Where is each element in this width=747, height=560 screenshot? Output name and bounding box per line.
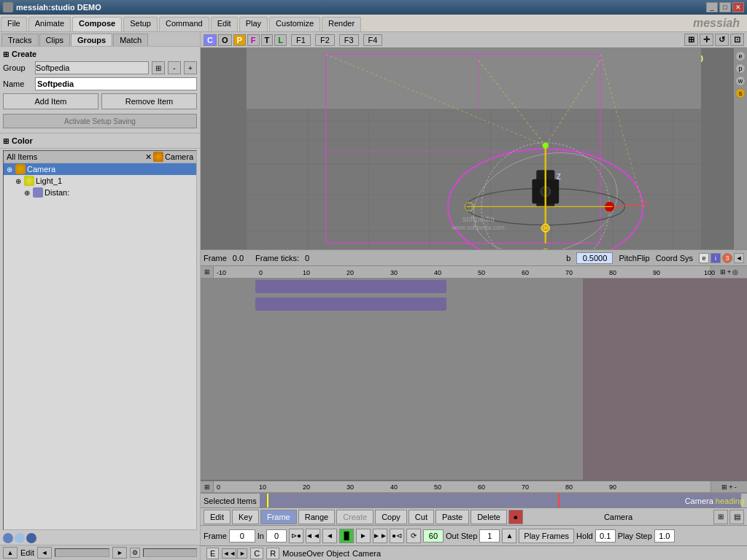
vp-f1[interactable]: F1 bbox=[291, 34, 311, 46]
tab-tracks[interactable]: Tracks bbox=[1, 34, 39, 46]
right-scroll-btn[interactable]: ► bbox=[112, 547, 127, 559]
edit-grid-btn[interactable]: ▤ bbox=[729, 510, 744, 524]
ruler-zoom-btn[interactable]: + bbox=[727, 268, 731, 276]
pb-prev-frame[interactable]: ◄◄ bbox=[306, 529, 320, 543]
h-scrollbar[interactable] bbox=[55, 548, 110, 557]
pb-loop[interactable]: ⟳ bbox=[406, 529, 421, 543]
vp-fit-icon[interactable]: ⊡ bbox=[730, 34, 744, 46]
bottom-scrollbar[interactable] bbox=[143, 548, 197, 557]
pb-hold-input[interactable] bbox=[595, 529, 616, 542]
vp-btn-f[interactable]: F bbox=[247, 34, 260, 46]
vp-f3[interactable]: F3 bbox=[339, 34, 359, 46]
pb-frame-input[interactable] bbox=[229, 529, 255, 542]
group-minus-btn[interactable]: - bbox=[168, 61, 181, 74]
pb-play-step-input[interactable] bbox=[654, 529, 675, 542]
menu-animate[interactable]: Animate bbox=[28, 17, 71, 31]
remove-item-button[interactable]: Remove Item bbox=[101, 93, 197, 109]
menu-file[interactable]: File bbox=[1, 17, 27, 31]
rs-e-btn[interactable]: e bbox=[735, 51, 746, 61]
vp-btn-p[interactable]: P bbox=[233, 34, 246, 46]
tab-clips[interactable]: Clips bbox=[39, 34, 70, 46]
tree-item-light[interactable]: ⊕ Light_1 bbox=[4, 175, 196, 187]
rs-s-btn[interactable]: s bbox=[735, 88, 746, 98]
up-btn[interactable]: ▲ bbox=[3, 547, 18, 559]
ruler-fit-btn[interactable]: ◎ bbox=[732, 268, 738, 276]
vp-btn-c[interactable]: C bbox=[204, 34, 217, 46]
options-btn[interactable]: ⚙ bbox=[130, 548, 140, 558]
pb-prev[interactable]: ◄ bbox=[322, 529, 337, 543]
r2-home-btn[interactable]: ⊞ bbox=[721, 483, 727, 491]
edit-btn[interactable]: Edit bbox=[204, 510, 231, 524]
anim-prev-btn[interactable]: ◄◄ bbox=[222, 548, 236, 559]
add-item-button[interactable]: Add Item bbox=[3, 93, 98, 109]
ruler-home-btn[interactable]: ⊞ bbox=[720, 268, 726, 276]
menu-render[interactable]: Render bbox=[322, 17, 361, 31]
tab-groups[interactable]: Groups bbox=[71, 34, 112, 46]
edit-label[interactable]: Edit bbox=[20, 548, 34, 557]
name-input[interactable] bbox=[35, 77, 197, 90]
rs-w-btn[interactable]: w bbox=[735, 76, 746, 86]
selected-timeline[interactable] bbox=[260, 494, 741, 508]
create-header[interactable]: ⊞ Create bbox=[3, 50, 197, 58]
pb-play-fwd[interactable]: ► bbox=[356, 529, 371, 543]
rs-p-btn[interactable]: p bbox=[735, 63, 746, 74]
coord-3-btn[interactable]: 3 bbox=[722, 253, 732, 263]
maximize-button[interactable]: □ bbox=[719, 2, 731, 12]
cut-btn[interactable]: Cut bbox=[409, 510, 434, 524]
coord-i-btn[interactable]: i bbox=[711, 253, 721, 263]
vp-f2[interactable]: F2 bbox=[315, 34, 335, 46]
status-c-btn[interactable]: C bbox=[250, 548, 263, 559]
menu-customize[interactable]: Customize bbox=[269, 17, 320, 31]
pb-next-frame[interactable]: ►► bbox=[373, 529, 387, 543]
vp-btn-l[interactable]: L bbox=[274, 34, 287, 46]
pb-next-key[interactable]: ●⊲ bbox=[390, 529, 404, 543]
vp-move-icon[interactable]: ✛ bbox=[700, 34, 713, 46]
vp-grid-icon[interactable]: ⊞ bbox=[684, 34, 698, 46]
anim-play-btn[interactable]: ► bbox=[237, 548, 247, 559]
record-btn[interactable]: ● bbox=[508, 510, 523, 524]
pb-prev-key[interactable]: ⊳● bbox=[289, 529, 303, 543]
pb-step-input[interactable] bbox=[479, 529, 500, 542]
play-frames-button[interactable]: Play Frames bbox=[519, 529, 574, 543]
tree-close-icon[interactable]: ✕ bbox=[145, 152, 152, 162]
copy-btn[interactable]: Copy bbox=[375, 510, 407, 524]
status-e-btn[interactable]: E bbox=[206, 548, 219, 559]
left-scroll-btn[interactable]: ◄ bbox=[37, 547, 52, 559]
minimize-button[interactable]: _ bbox=[706, 2, 718, 12]
vp-btn-t[interactable]: T bbox=[261, 34, 274, 46]
menu-command[interactable]: Command bbox=[159, 17, 209, 31]
create-btn[interactable]: Create bbox=[336, 510, 374, 524]
group-plus-btn[interactable]: + bbox=[184, 61, 197, 74]
tab-match[interactable]: Match bbox=[113, 34, 148, 46]
menu-compose[interactable]: Compose bbox=[72, 17, 122, 31]
activate-setup-button[interactable]: Activate Setup Saving bbox=[3, 114, 197, 128]
vp-btn-o[interactable]: O bbox=[218, 34, 232, 46]
paste-btn[interactable]: Paste bbox=[436, 510, 469, 524]
edit-e-btn[interactable]: ⊞ bbox=[713, 510, 728, 524]
menu-edit[interactable]: Edit bbox=[211, 17, 238, 31]
pb-play-pause[interactable]: ▐▌ bbox=[339, 529, 354, 543]
range-btn[interactable]: Range bbox=[298, 510, 335, 524]
tree-item-distance[interactable]: ⊕ Distan: bbox=[4, 187, 196, 198]
close-button[interactable]: ✕ bbox=[732, 2, 744, 12]
coord-e-btn[interactable]: e bbox=[699, 253, 709, 263]
group-input[interactable] bbox=[35, 61, 149, 74]
vp-f4[interactable]: F4 bbox=[363, 34, 383, 46]
delete-btn[interactable]: Delete bbox=[471, 510, 507, 524]
key-btn[interactable]: Key bbox=[232, 510, 259, 524]
color-header[interactable]: ⊞ Color bbox=[3, 136, 197, 145]
vp-refresh-icon[interactable]: ↺ bbox=[715, 34, 729, 46]
pb-step-up[interactable]: ▲ bbox=[502, 529, 516, 543]
frame-btn[interactable]: Frame bbox=[260, 510, 297, 524]
r2-zoomin-btn[interactable]: + bbox=[729, 483, 732, 491]
viewport-3d[interactable]: Hdng: -20.7500 bbox=[201, 48, 747, 249]
menu-play[interactable]: Play bbox=[239, 17, 268, 31]
status-r-btn[interactable]: R bbox=[266, 548, 279, 559]
tree-item-camera[interactable]: ⊕ Camera bbox=[4, 163, 196, 175]
pb-in-input[interactable] bbox=[266, 529, 287, 542]
b-value-input[interactable] bbox=[576, 252, 613, 264]
menu-setup[interactable]: Setup bbox=[123, 17, 158, 31]
r2-zoomout-btn[interactable]: - bbox=[735, 483, 737, 491]
coord-expand-btn[interactable]: ◄ bbox=[734, 253, 744, 263]
group-icon-btn[interactable]: ⊞ bbox=[152, 61, 165, 74]
